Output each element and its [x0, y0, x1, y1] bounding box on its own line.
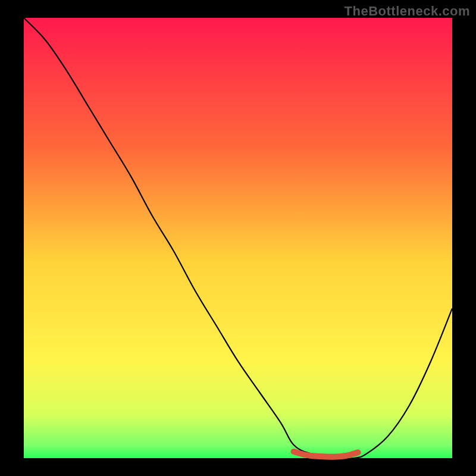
watermark-text: TheBottleneck.com — [345, 4, 470, 19]
chart-svg — [0, 0, 476, 476]
plot-background — [24, 18, 452, 458]
chart-container: TheBottleneck.com — [0, 0, 476, 476]
